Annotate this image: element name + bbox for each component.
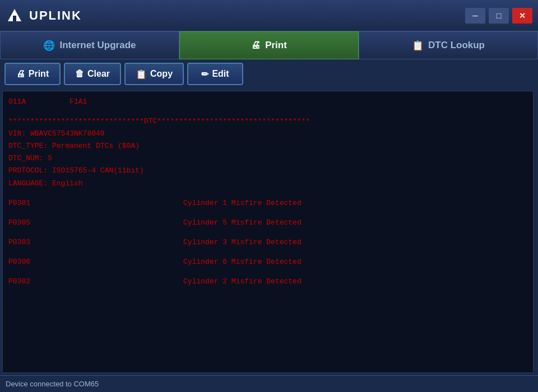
tab-print[interactable]: 🖨 Print	[179, 31, 359, 59]
code-line: LANGUAGE: English	[8, 178, 527, 190]
tab-dtc-lookup[interactable]: 📋 DTC Lookup	[359, 31, 538, 59]
empty-line	[8, 249, 527, 256]
dtc-line: P0303 Cylinder 3 Misfire Detected	[8, 236, 527, 249]
empty-line	[8, 108, 527, 115]
uplink-logo-icon	[6, 7, 24, 25]
close-button[interactable]: ✕	[512, 8, 532, 24]
internet-upgrade-icon: 🌐	[43, 40, 55, 52]
separator-line: *******************************DTC******…	[8, 115, 527, 128]
code-line: 011A F1A1	[8, 96, 527, 108]
copy-button[interactable]: 📋 Copy	[124, 63, 184, 85]
app-title: UPLINK	[29, 8, 82, 23]
dtc-lookup-icon: 📋	[412, 40, 424, 52]
dtc-line: P0305 Cylinder 5 Misfire Detected	[8, 217, 527, 229]
clear-button-icon: 🗑	[75, 69, 84, 79]
code-line: DTC_NUM: 5	[8, 152, 527, 165]
title-bar: UPLINK ─ □ ✕	[0, 0, 538, 31]
dtc-line: P0301 Cylinder 1 Misfire Detected	[8, 197, 527, 209]
empty-line	[8, 209, 527, 217]
maximize-button[interactable]: □	[489, 8, 509, 24]
copy-button-icon: 📋	[136, 69, 147, 80]
status-bar: Device connected to COM65	[0, 375, 538, 392]
empty-line	[8, 268, 527, 276]
window-controls: ─ □ ✕	[465, 8, 532, 24]
print-button-icon: 🖨	[16, 69, 25, 79]
svg-rect-1	[13, 16, 16, 21]
edit-button[interactable]: ✏ Edit	[187, 63, 243, 85]
print-tab-icon: 🖨	[251, 40, 261, 51]
clear-button[interactable]: 🗑 Clear	[64, 63, 121, 85]
empty-line	[8, 229, 527, 236]
dtc-line: P0306 Cylinder 6 Misfire Detected	[8, 256, 527, 268]
dtc-line: P0302 Cylinder 2 Misfire Detected	[8, 276, 527, 288]
code-line: VIN: WBAVC57543NK78049	[8, 128, 527, 140]
text-display[interactable]: 011A F1A1 ******************************…	[2, 91, 534, 373]
print-button[interactable]: 🖨 Print	[4, 63, 61, 85]
empty-line	[8, 190, 527, 197]
edit-button-icon: ✏	[201, 69, 208, 80]
logo-area: UPLINK	[6, 7, 82, 25]
tab-internet-upgrade[interactable]: 🌐 Internet Upgrade	[0, 31, 179, 59]
status-text: Device connected to COM65	[6, 380, 99, 388]
content-area: 011A F1A1 ******************************…	[0, 88, 538, 375]
code-line: PROTOCOL: ISO15765-4 CAN(11bit)	[8, 165, 527, 177]
toolbar: 🖨 Print 🗑 Clear 📋 Copy ✏ Edit	[0, 59, 538, 88]
code-line: DTC_TYPE: Permanent DTCs ($0A)	[8, 140, 527, 152]
minimize-button[interactable]: ─	[465, 8, 485, 24]
nav-tabs: 🌐 Internet Upgrade 🖨 Print 📋 DTC Lookup	[0, 31, 538, 59]
